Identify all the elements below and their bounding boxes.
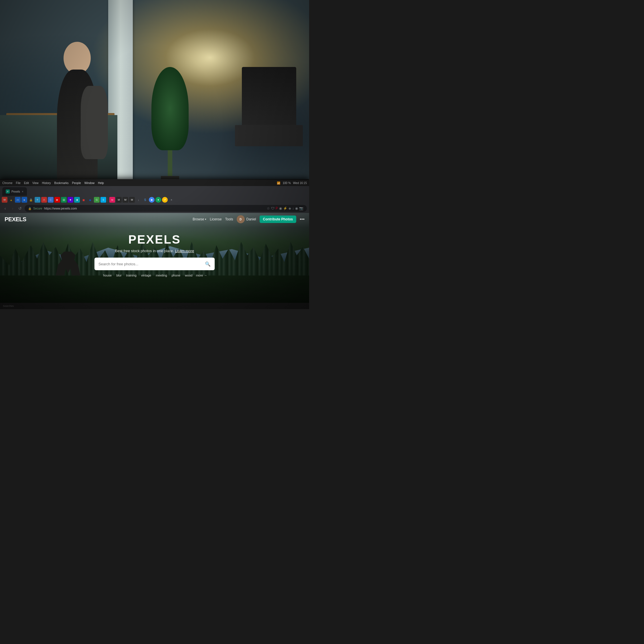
ext-green[interactable]: ● — [155, 197, 161, 203]
tag-house[interactable]: house — [102, 273, 113, 278]
nav-tools[interactable]: Tools — [225, 217, 233, 221]
tab-list: P Pexels × — [2, 187, 307, 196]
tab-favicon: P — [6, 189, 10, 193]
refresh-button[interactable]: ↺ — [17, 206, 23, 211]
pinterest-icon[interactable]: P — [276, 206, 278, 210]
extensions-bar: M ▲ 20 ■ 🔒 ✈ A C ▶ ▤ ■ ◆ ◼ ◈ G S M M M M… — [0, 196, 309, 204]
ext-refresh2[interactable]: ↺ — [162, 197, 168, 203]
search-input[interactable] — [98, 262, 202, 266]
tag-meeting[interactable]: meeting — [155, 273, 168, 278]
contribute-photos-button[interactable]: Contribute Photos — [260, 216, 297, 223]
user-section: D Daniel — [237, 215, 256, 223]
ext-calendar2[interactable]: ■ — [21, 197, 27, 203]
menu-people[interactable]: People — [72, 181, 81, 185]
monitor-screen: Chrome File Edit View History Bookmarks … — [0, 179, 309, 309]
menu-history[interactable]: History — [42, 181, 51, 185]
site-title: PEXELS — [128, 233, 181, 246]
menu-chrome[interactable]: Chrome — [2, 181, 13, 185]
user-name-label: Daniel — [246, 217, 256, 221]
url-bar-row: ‹ › ↺ 🔒 Secure https://www.pexels.com ☆ … — [0, 204, 309, 213]
ext-medium2[interactable]: M — [123, 197, 128, 203]
ext-ext1[interactable]: ■ — [68, 197, 73, 203]
secure-icon: 🔒 — [28, 207, 31, 210]
clock: Wed 16:15 — [293, 181, 307, 185]
url-action-icons: ☆ 🛡 P ◉ ⚡ ◈ ↓ ◉ 📷 — [267, 206, 303, 210]
tag-phone[interactable]: phone — [171, 273, 182, 278]
menubar-right: 📶 100 % Wed 16:15 — [277, 181, 307, 185]
ext-ext2[interactable]: ◆ — [74, 197, 80, 203]
office-background — [0, 0, 309, 192]
menu-window[interactable]: Window — [84, 181, 95, 185]
ext-medium3[interactable]: M — [129, 197, 135, 203]
browser-tab-bar: P Pexels × — [0, 186, 309, 196]
bookmark-icon[interactable]: ☆ — [267, 206, 270, 210]
ext-vpn[interactable]: 🔒 — [28, 197, 34, 203]
ext-drive[interactable]: ▲ — [8, 197, 14, 203]
nav-browse[interactable]: Browse — [193, 217, 206, 221]
tag-chips: house blur training vintage meeting phon… — [102, 273, 207, 278]
shield-icon[interactable]: 🛡 — [271, 206, 274, 210]
ext-save[interactable]: ↓ — [136, 197, 141, 203]
office-chair — [235, 67, 303, 172]
back-button[interactable]: ‹ — [2, 206, 8, 211]
forward-button[interactable]: › — [10, 206, 15, 211]
user-avatar[interactable]: D — [237, 215, 245, 223]
ext-steemit[interactable]: S — [142, 197, 148, 203]
ext-ext4[interactable]: G — [94, 197, 100, 203]
battery-display: 100 % — [283, 181, 291, 185]
office-plant — [155, 67, 185, 191]
ext-url-2[interactable]: ⚡ — [283, 206, 287, 210]
site-tagline: Best free stock photos in one place. Lea… — [115, 249, 194, 253]
tag-blur[interactable]: blur — [115, 273, 123, 278]
close-tab-icon[interactable]: × — [22, 190, 23, 193]
ext-close-x[interactable]: × — [169, 197, 174, 203]
ext-ext3[interactable]: ◼ — [81, 197, 86, 203]
url-input[interactable]: 🔒 Secure https://www.pexels.com ☆ 🛡 P ◉ … — [25, 205, 307, 212]
status-text: Searches — [3, 305, 14, 307]
system-menubar: Chrome File Edit View History Bookmarks … — [0, 180, 309, 186]
ext-youtube[interactable]: ▶ — [54, 197, 60, 203]
ext-dropbox[interactable]: ◈ — [87, 197, 93, 203]
url-address: https://www.pexels.com — [44, 207, 77, 210]
menu-bookmarks[interactable]: Bookmarks — [54, 181, 69, 185]
hero-content: PEXELS Best free stock photos in one pla… — [0, 226, 309, 282]
screen-bottom-bar: Searches — [0, 303, 309, 309]
tab-label: Pexels — [11, 190, 20, 193]
ext-telegram[interactable]: ✈ — [35, 197, 40, 203]
pexels-navbar: PEXELS Browse License Tools D Daniel Con… — [0, 213, 309, 226]
nav-license[interactable]: License — [210, 217, 222, 221]
menu-edit[interactable]: Edit — [24, 181, 29, 185]
menu-view[interactable]: View — [32, 181, 39, 185]
extensions-divider — [108, 197, 108, 202]
ext-chrome1[interactable]: C — [48, 197, 54, 203]
ext-url-1[interactable]: ◉ — [279, 206, 282, 210]
search-button[interactable]: 🔍 — [205, 261, 211, 267]
more-options-icon[interactable]: ••• — [300, 217, 305, 222]
ext-analytics[interactable]: M — [109, 197, 115, 203]
learn-more-link[interactable]: Learn more — [175, 249, 194, 253]
ext-chrome2[interactable]: ◉ — [149, 197, 155, 203]
menu-help[interactable]: Help — [98, 181, 104, 185]
active-tab[interactable]: P Pexels × — [2, 187, 27, 196]
ext-url-4[interactable]: ↓ — [292, 206, 294, 210]
tag-more[interactable]: more → — [196, 274, 207, 277]
chrome-browser: Chrome File Edit View History Bookmarks … — [0, 180, 309, 309]
menu-file[interactable]: File — [16, 181, 21, 185]
ext-pdf[interactable]: A — [41, 197, 47, 203]
tag-vintage[interactable]: vintage — [140, 273, 152, 278]
ext-gmail[interactable]: M — [2, 197, 7, 203]
instagram-icon[interactable]: 📷 — [299, 206, 303, 210]
tag-wood[interactable]: wood — [184, 273, 193, 278]
search-bar[interactable]: 🔍 — [94, 258, 215, 270]
wifi-icon: 📶 — [277, 181, 280, 185]
ext-url-3[interactable]: ◈ — [289, 206, 291, 210]
ext-medium[interactable]: M — [116, 197, 122, 203]
secure-label: Secure — [33, 207, 42, 210]
ext-calendar1[interactable]: 20 — [15, 197, 21, 203]
ext-sheets[interactable]: ▤ — [61, 197, 67, 203]
person-silhouette — [43, 29, 111, 191]
ext-skype[interactable]: S — [100, 197, 106, 203]
tag-training[interactable]: training — [125, 273, 138, 278]
ext-url-5[interactable]: ◉ — [295, 206, 298, 210]
pexels-logo[interactable]: PEXELS — [5, 216, 26, 223]
